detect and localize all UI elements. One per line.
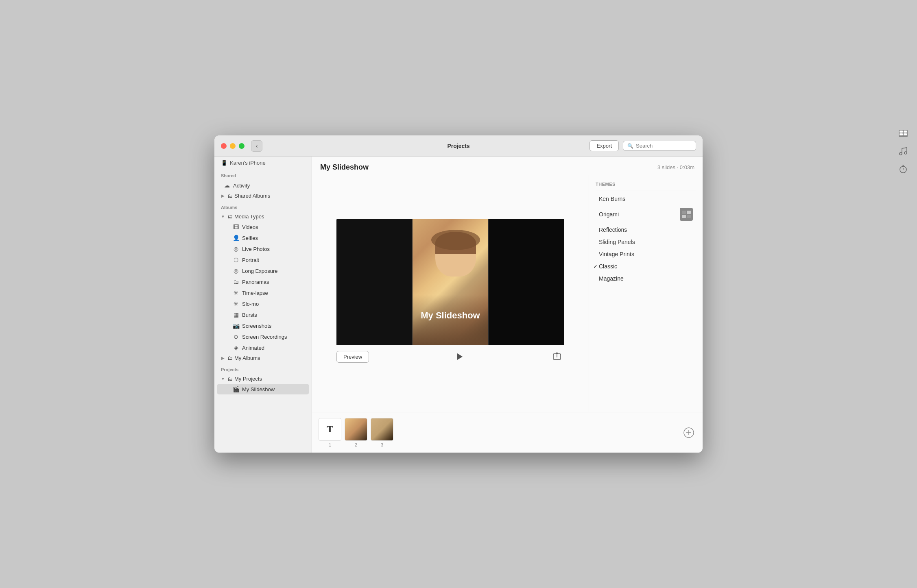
close-button[interactable] <box>221 143 227 149</box>
sidebar-item-panoramas[interactable]: 🗂 Panoramas <box>217 277 309 287</box>
projects-section-label: Projects <box>214 363 312 374</box>
timelapse-icon: ✳ <box>232 289 240 296</box>
svg-marker-0 <box>457 353 463 360</box>
sidebar-item-portrait[interactable]: ⬡ Portrait <box>217 255 309 265</box>
shared-albums-icon: 🗂 <box>227 193 233 199</box>
sidebar-item-screenshots[interactable]: 📷 Screenshots <box>217 320 309 331</box>
video-panel-left <box>336 219 413 345</box>
theme-label-ken-burns: Ken Burns <box>599 196 625 202</box>
sidebar-item-shared-albums[interactable]: 🗂 Shared Albums <box>217 191 309 200</box>
slideshow-area: My Slideshow Preview <box>312 175 703 412</box>
animated-label: Animated <box>242 345 305 351</box>
filmstrip-thumb-1: T <box>319 418 341 441</box>
shared-section-label: Shared <box>214 169 312 180</box>
share-button[interactable] <box>550 349 564 364</box>
sidebar-item-selfies[interactable]: 👤 Selfies <box>217 233 309 243</box>
filmstrip-item-3[interactable]: 3 <box>371 418 393 447</box>
sidebar-item-bursts[interactable]: ▦ Bursts <box>217 309 309 320</box>
screen-recordings-label: Screen Recordings <box>242 334 305 340</box>
filmstrip-num-2: 2 <box>355 442 357 447</box>
sidebar: 📱 Karen's iPhone Shared ☁ Activity 🗂 Sha… <box>214 157 312 453</box>
theme-label-origami: Origami <box>599 211 619 218</box>
portrait-label: Portrait <box>242 257 305 263</box>
my-albums-label: My Albums <box>234 355 260 361</box>
app-window: ‹ Projects Export 🔍 📱 Karen's iPhone Sha… <box>214 135 703 453</box>
window-title: Projects <box>447 143 469 149</box>
sidebar-item-videos[interactable]: 🎞 Videos <box>217 222 309 232</box>
export-button[interactable]: Export <box>590 140 619 151</box>
back-icon: ‹ <box>256 143 258 149</box>
search-input[interactable] <box>636 143 692 149</box>
content-title: My Slideshow <box>320 163 369 172</box>
themes-label: THEMES <box>596 182 696 187</box>
my-projects-label: My Projects <box>234 376 262 382</box>
titlebar-actions: Export 🔍 <box>590 140 696 151</box>
sidebar-item-activity[interactable]: ☁ Activity <box>217 180 309 191</box>
maximize-button[interactable] <box>239 143 245 149</box>
sidebar-item-timelapse[interactable]: ✳ Time-lapse <box>217 287 309 298</box>
traffic-lights <box>221 143 245 149</box>
search-box: 🔍 <box>623 141 696 151</box>
play-button[interactable] <box>452 349 467 364</box>
main-content: 📱 Karen's iPhone Shared ☁ Activity 🗂 Sha… <box>214 157 703 453</box>
sidebar-item-screen-recordings[interactable]: ⊙ Screen Recordings <box>217 331 309 342</box>
activity-label: Activity <box>233 183 305 189</box>
filmstrip-num-1: 1 <box>329 442 331 447</box>
sidebar-item-my-albums[interactable]: 🗂 My Albums <box>217 353 309 363</box>
share-icon <box>552 352 561 361</box>
slideshow-overlay-title: My Slideshow <box>336 310 564 321</box>
theme-label-sliding-panels: Sliding Panels <box>599 239 635 245</box>
panoramas-icon: 🗂 <box>232 278 240 285</box>
selfies-icon: 👤 <box>232 234 240 242</box>
child-photo <box>413 219 489 345</box>
sidebar-item-live-photos[interactable]: ◎ Live Photos <box>217 244 309 254</box>
theme-item-ken-burns[interactable]: Ken Burns <box>596 193 696 205</box>
sidebar-item-long-exposure[interactable]: ◎ Long Exposure <box>217 266 309 276</box>
sidebar-item-media-types[interactable]: 🗂 Media Types <box>217 212 309 221</box>
video-controls: Preview <box>336 345 564 368</box>
theme-item-classic[interactable]: ✓ Classic <box>596 260 696 272</box>
titlebar: ‹ Projects Export 🔍 <box>214 135 703 157</box>
my-albums-chevron <box>220 355 226 361</box>
theme-label-vintage-prints: Vintage Prints <box>599 251 634 257</box>
video-panel-center <box>413 219 489 345</box>
content-header: My Slideshow 3 slides · 0:03m <box>312 157 703 175</box>
screen-recordings-icon: ⊙ <box>232 333 240 340</box>
theme-item-magazine[interactable]: Magazine <box>596 272 696 285</box>
theme-item-vintage-prints[interactable]: Vintage Prints <box>596 248 696 260</box>
my-albums-icon: 🗂 <box>227 355 233 361</box>
animated-icon: ◈ <box>232 344 240 351</box>
timelapse-label: Time-lapse <box>242 290 305 296</box>
filmstrip-item-2[interactable]: 2 <box>345 418 367 447</box>
icon-cell-3 <box>682 215 686 218</box>
theme-label-magazine: Magazine <box>599 275 624 282</box>
sidebar-item-my-slideshow[interactable]: 🎬 My Slideshow <box>217 384 309 394</box>
add-slide-button[interactable] <box>681 425 696 440</box>
theme-label-classic: Classic <box>599 263 617 270</box>
themes-panel: THEMES Ken Burns Origami <box>589 175 703 412</box>
sidebar-item-animated[interactable]: ◈ Animated <box>217 342 309 353</box>
content-area: My Slideshow 3 slides · 0:03m <box>312 157 703 453</box>
theme-item-sliding-panels[interactable]: Sliding Panels <box>596 236 696 248</box>
theme-label-reflections: Reflections <box>599 226 627 233</box>
albums-section-label: Albums <box>214 201 312 211</box>
filmstrip-item-1[interactable]: T 1 <box>319 418 341 447</box>
minimize-button[interactable] <box>230 143 236 149</box>
media-types-chevron <box>220 214 226 220</box>
theme-item-reflections[interactable]: Reflections <box>596 224 696 236</box>
media-types-label: Media Types <box>234 213 264 220</box>
my-projects-chevron <box>220 376 226 382</box>
sidebar-item-karens-iphone[interactable]: 📱 Karen's iPhone <box>214 158 312 168</box>
chevron-icon <box>220 193 226 199</box>
slideshow-preview: My Slideshow Preview <box>312 175 589 412</box>
back-button[interactable]: ‹ <box>251 140 262 152</box>
sidebar-item-my-projects[interactable]: 🗂 My Projects <box>217 374 309 383</box>
slomo-label: Slo-mo <box>242 301 305 307</box>
video-container: My Slideshow <box>336 219 564 345</box>
activity-icon: ☁ <box>223 182 231 189</box>
origami-active-icon <box>680 208 693 221</box>
sidebar-item-slomo[interactable]: ✳ Slo-mo <box>217 298 309 309</box>
long-exposure-icon: ◎ <box>232 267 240 274</box>
preview-button[interactable]: Preview <box>336 351 369 363</box>
theme-item-origami[interactable]: Origami <box>596 205 696 224</box>
